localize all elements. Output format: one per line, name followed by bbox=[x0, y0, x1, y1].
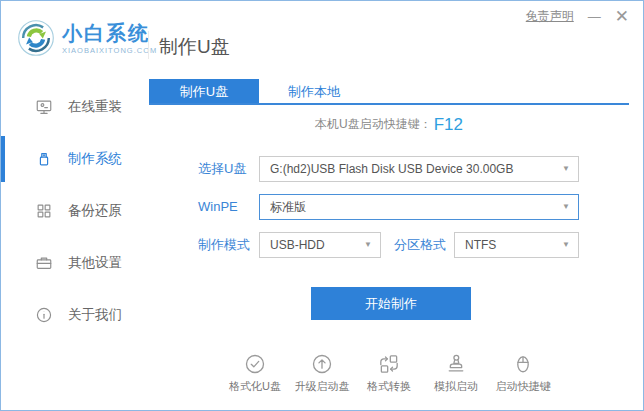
footer-toolbar: 格式化U盘 升级启动盘 格式转换 bbox=[149, 352, 629, 394]
format-usb-icon bbox=[243, 352, 267, 376]
format-convert-icon bbox=[377, 352, 401, 376]
simulate-boot-icon bbox=[444, 352, 468, 376]
tab-make-local[interactable]: 制作本地 bbox=[259, 79, 369, 103]
chevron-down-icon: ▼ bbox=[562, 195, 570, 219]
winpe-select-dropdown[interactable]: 标准版 ▼ bbox=[259, 194, 579, 220]
start-make-button[interactable]: 开始制作 bbox=[311, 287, 471, 320]
tool-upgrade-disk[interactable]: 升级启动盘 bbox=[290, 352, 354, 394]
logo-swirl-icon bbox=[17, 19, 55, 57]
winpe-select-value: 标准版 bbox=[270, 200, 306, 214]
usb-select-label: 选择U盘 bbox=[198, 156, 246, 182]
sidebar-item-label: 备份还原 bbox=[68, 202, 122, 220]
tool-format-usb[interactable]: 格式化U盘 bbox=[223, 352, 287, 394]
page-title: 制作U盘 bbox=[159, 34, 230, 60]
usb-select-dropdown[interactable]: G:(hd2)USB Flash Disk USB Device 30.00GB… bbox=[259, 156, 579, 182]
tool-simulate-boot[interactable]: 模拟启动 bbox=[424, 352, 488, 394]
monitor-icon bbox=[35, 98, 53, 116]
sidebar: 在线重装 制作系统 备份还原 其他设置 bbox=[1, 81, 149, 341]
make-mode-dropdown[interactable]: USB-HDD ▼ bbox=[259, 232, 381, 258]
sidebar-item-label: 制作系统 bbox=[68, 150, 122, 168]
make-mode-value: USB-HDD bbox=[270, 238, 325, 252]
backup-grid-icon bbox=[35, 202, 53, 220]
sidebar-item-label: 在线重装 bbox=[68, 98, 122, 116]
partition-format-dropdown[interactable]: NTFS ▼ bbox=[454, 232, 579, 258]
make-mode-label: 制作模式 bbox=[198, 232, 250, 258]
tool-label: 升级启动盘 bbox=[295, 379, 350, 394]
tool-label: 格式转换 bbox=[367, 379, 411, 394]
boot-hotkey-icon bbox=[511, 352, 535, 376]
logo-subtitle: XIAOBAIXITONG.COM bbox=[62, 46, 157, 55]
tool-label: 启动快捷键 bbox=[496, 379, 551, 394]
disclaimer-link[interactable]: 免责声明 bbox=[526, 8, 574, 25]
sidebar-item-about-us[interactable]: 关于我们 bbox=[1, 289, 149, 341]
chevron-down-icon: ▼ bbox=[562, 157, 570, 181]
logo-title: 小白系统 bbox=[62, 22, 157, 44]
tool-label: 格式化U盘 bbox=[229, 379, 281, 394]
tab-make-usb[interactable]: 制作U盘 bbox=[149, 79, 259, 103]
sidebar-item-backup-restore[interactable]: 备份还原 bbox=[1, 185, 149, 237]
upgrade-disk-icon bbox=[310, 352, 334, 376]
logo-text: 小白系统 XIAOBAIXITONG.COM bbox=[62, 22, 157, 55]
briefcase-icon bbox=[35, 254, 53, 272]
tool-boot-hotkey[interactable]: 启动快捷键 bbox=[491, 352, 555, 394]
usb-select-value: G:(hd2)USB Flash Disk USB Device 30.00GB bbox=[270, 162, 513, 176]
sidebar-item-other-settings[interactable]: 其他设置 bbox=[1, 237, 149, 289]
app-window: 免责声明 — ✕ 小白系统 XIAOBAIXITONG.COM 制作U盘 bbox=[0, 0, 644, 411]
boot-hotkey-label: 本机U盘启动快捷键： bbox=[315, 117, 432, 131]
tool-format-convert[interactable]: 格式转换 bbox=[357, 352, 421, 394]
window-controls: 免责声明 — ✕ bbox=[526, 8, 629, 25]
minimize-button[interactable]: — bbox=[588, 10, 601, 23]
sidebar-item-label: 其他设置 bbox=[68, 254, 122, 272]
boot-hotkey-value: F12 bbox=[434, 115, 463, 134]
usb-drive-icon bbox=[35, 150, 53, 168]
sidebar-item-online-reinstall[interactable]: 在线重装 bbox=[1, 81, 149, 133]
sidebar-item-label: 关于我们 bbox=[68, 306, 122, 324]
close-button[interactable]: ✕ bbox=[615, 8, 629, 25]
winpe-select-label: WinPE bbox=[198, 194, 238, 220]
chevron-down-icon: ▼ bbox=[364, 233, 372, 257]
tab-bar: 制作U盘 制作本地 bbox=[149, 79, 629, 105]
boot-hotkey-line: 本机U盘启动快捷键：F12 bbox=[149, 115, 629, 135]
chevron-down-icon: ▼ bbox=[562, 233, 570, 257]
partition-format-label: 分区格式 bbox=[394, 232, 446, 258]
app-logo: 小白系统 XIAOBAIXITONG.COM bbox=[17, 19, 157, 57]
partition-format-value: NTFS bbox=[465, 238, 496, 252]
info-icon bbox=[35, 306, 53, 324]
header-divider bbox=[148, 31, 149, 59]
tool-label: 模拟启动 bbox=[434, 379, 478, 394]
sidebar-item-make-system[interactable]: 制作系统 bbox=[1, 133, 149, 185]
